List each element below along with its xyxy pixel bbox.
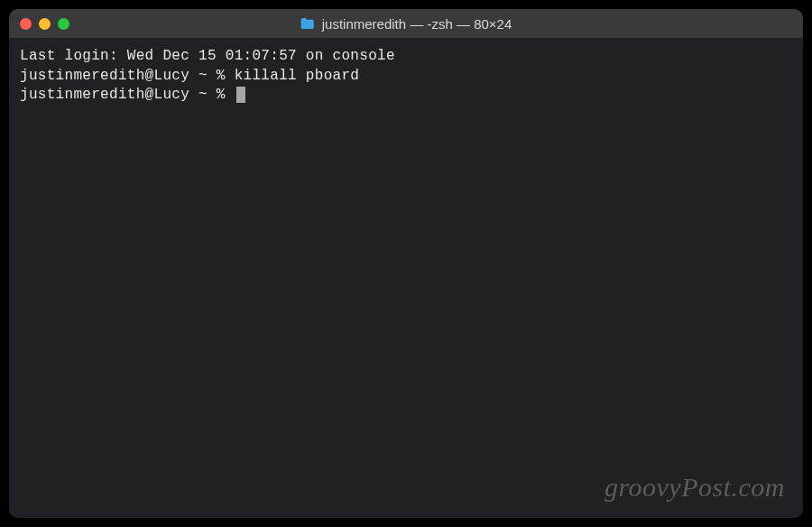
- titlebar[interactable]: justinmeredith — -zsh — 80×24: [9, 9, 803, 38]
- traffic-lights: [20, 18, 69, 30]
- watermark: groovyPost.com: [604, 469, 785, 506]
- terminal-line: justinmeredith@Lucy ~ % killall pboard: [20, 67, 792, 87]
- close-button[interactable]: [20, 18, 32, 30]
- terminal-prompt-line: justinmeredith@Lucy ~ %: [20, 86, 792, 106]
- minimize-button[interactable]: [39, 18, 51, 30]
- window-title: justinmeredith — -zsh — 80×24: [322, 16, 512, 32]
- terminal-line: Last login: Wed Dec 15 01:07:57 on conso…: [20, 47, 792, 67]
- terminal-prompt: justinmeredith@Lucy ~ %: [20, 87, 235, 103]
- cursor-icon: [236, 87, 245, 103]
- maximize-button[interactable]: [58, 18, 69, 30]
- folder-icon: [300, 17, 315, 30]
- terminal-window: justinmeredith — -zsh — 80×24 Last login…: [9, 9, 803, 518]
- window-title-group: justinmeredith — -zsh — 80×24: [300, 16, 512, 32]
- terminal-body[interactable]: Last login: Wed Dec 15 01:07:57 on conso…: [9, 38, 803, 518]
